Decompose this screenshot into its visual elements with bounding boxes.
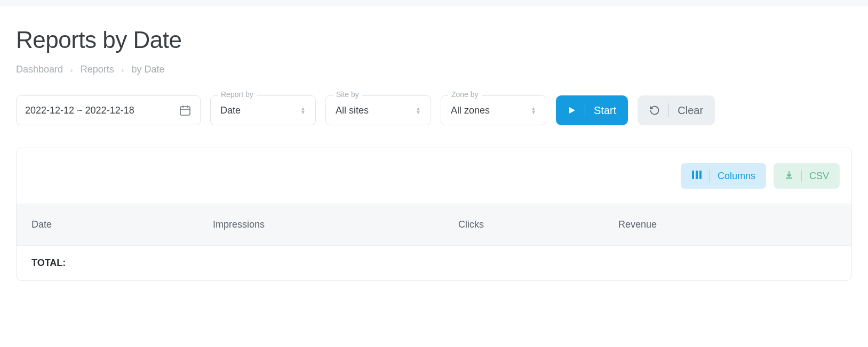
button-divider	[668, 103, 669, 117]
column-header-impressions[interactable]: Impressions	[213, 219, 458, 230]
columns-button-label: Columns	[718, 171, 755, 182]
columns-icon	[691, 170, 702, 182]
filter-row: 2022-12-12 ~ 2022-12-18 Report by Date ▲…	[16, 95, 852, 125]
clear-button-label: Clear	[678, 104, 703, 117]
chevron-right-icon: ›	[70, 66, 73, 74]
svg-rect-6	[696, 171, 698, 179]
column-header-clicks[interactable]: Clicks	[458, 219, 618, 230]
site-by-value: All sites	[336, 105, 416, 116]
svg-rect-0	[180, 107, 190, 115]
column-header-revenue[interactable]: Revenue	[618, 219, 837, 230]
button-divider	[801, 170, 802, 182]
site-by-label: Site by	[333, 90, 362, 99]
columns-button[interactable]: Columns	[681, 163, 766, 189]
stepper-icon: ▲▼	[300, 107, 306, 114]
stepper-icon: ▲▼	[531, 107, 536, 114]
column-header-date[interactable]: Date	[31, 219, 213, 230]
csv-button[interactable]: CSV	[774, 163, 840, 189]
zone-by-select[interactable]: Zone by All zones ▲▼	[441, 95, 546, 125]
chevron-right-icon: ›	[122, 66, 124, 74]
page-title: Reports by Date	[16, 27, 852, 53]
svg-rect-5	[692, 171, 694, 179]
svg-rect-7	[699, 171, 702, 179]
start-button-label: Start	[594, 104, 616, 117]
refresh-icon	[649, 105, 660, 116]
panel-toolbar: Columns CSV	[17, 148, 851, 204]
report-by-select[interactable]: Report by Date ▲▼	[210, 95, 316, 125]
svg-marker-4	[569, 107, 575, 114]
breadcrumb: Dashboard › Reports › by Date	[16, 64, 852, 75]
button-divider	[585, 103, 585, 117]
date-range-value: 2022-12-12 ~ 2022-12-18	[25, 105, 179, 116]
csv-button-label: CSV	[809, 171, 829, 182]
breadcrumb-by-date[interactable]: by Date	[131, 64, 164, 75]
calendar-icon	[179, 104, 192, 117]
zone-by-value: All zones	[451, 105, 531, 116]
breadcrumb-reports[interactable]: Reports	[81, 64, 114, 75]
start-button[interactable]: Start	[556, 95, 628, 125]
table-total-row: TOTAL:	[17, 246, 851, 280]
play-icon	[568, 106, 576, 115]
report-by-label: Report by	[218, 90, 257, 99]
zone-by-label: Zone by	[448, 90, 482, 99]
date-range-picker[interactable]: 2022-12-12 ~ 2022-12-18	[16, 95, 201, 125]
button-divider	[710, 170, 710, 182]
stepper-icon: ▲▼	[416, 107, 421, 114]
site-by-select[interactable]: Site by All sites ▲▼	[325, 95, 431, 125]
table-header: Date Impressions Clicks Revenue	[17, 204, 851, 246]
breadcrumb-dashboard[interactable]: Dashboard	[16, 64, 63, 75]
results-panel: Columns CSV Date Impressions Clicks Reve…	[16, 148, 852, 281]
report-by-value: Date	[220, 105, 300, 116]
clear-button[interactable]: Clear	[638, 95, 715, 125]
download-icon	[784, 170, 794, 182]
total-label: TOTAL:	[31, 257, 66, 268]
